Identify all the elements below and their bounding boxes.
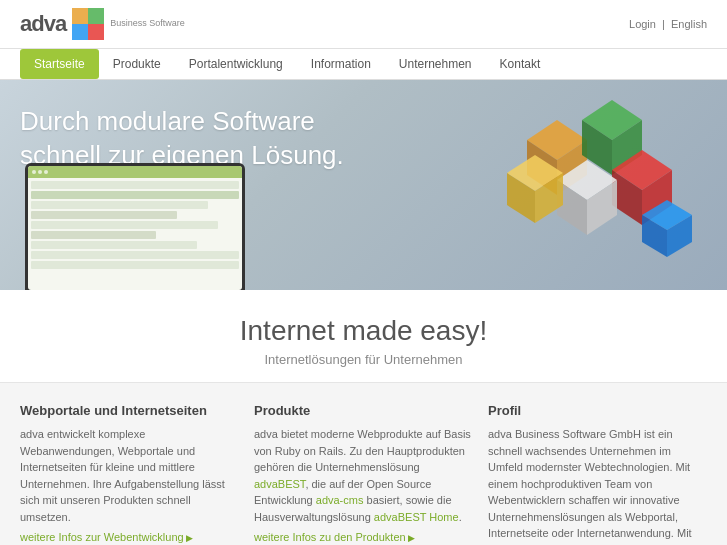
svg-rect-1 [88,8,104,24]
hero-laptop-image [25,163,245,290]
language-link[interactable]: English [671,18,707,30]
nav-item-startseite[interactable]: Startseite [20,49,99,79]
header: adva Business Software Login | English [0,0,727,49]
nav-item-kontakt[interactable]: Kontakt [486,49,555,79]
col-profil-title: Profil [488,403,707,418]
tagline-sub: Internetlösungen für Unternehmen [20,352,707,367]
logo-area: adva Business Software [20,8,185,40]
nav-item-produkte[interactable]: Produkte [99,49,175,79]
col-webportale-link[interactable]: weitere Infos zur Webentwicklung [20,531,193,543]
tagline-section: Internet made easy! Internetlösungen für… [0,290,727,382]
advabest-home-link[interactable]: advaBEST Home [374,511,459,523]
adva-cms-link[interactable]: adva-cms [316,494,364,506]
advabest-link[interactable]: advaBEST [254,478,305,490]
col-produkte-title: Produkte [254,403,473,418]
svg-rect-2 [72,24,88,40]
col-profil: Profil adva Business Software GmbH ist e… [488,403,707,545]
logo-text: adva [20,11,66,37]
col-profil-text: adva Business Software GmbH ist ein schn… [488,426,707,545]
col-produkte: Produkte adva bietet moderne Webprodukte… [254,403,488,545]
logo-subtitle: Business Software [110,18,185,29]
separator: | [662,18,665,30]
nav-item-unternehmen[interactable]: Unternehmen [385,49,486,79]
col-webportale-text: adva entwickelt komplexe Webanwendungen,… [20,426,239,525]
nav-item-information[interactable]: Information [297,49,385,79]
col-webportale-title: Webportale und Internetseiten [20,403,239,418]
col-produkte-link[interactable]: weitere Infos zu den Produkten [254,531,415,543]
nav-item-portalentwicklung[interactable]: Portalentwicklung [175,49,297,79]
col-webportale: Webportale und Internetseiten adva entwi… [20,403,254,545]
main-nav: Startseite Produkte Portalentwicklung In… [0,49,727,80]
hero-banner: Durch modulare Software schnell zur eige… [0,80,727,290]
tagline-main: Internet made easy! [20,315,707,347]
header-auth-links: Login | English [629,18,707,30]
login-link[interactable]: Login [629,18,656,30]
col-produkte-text: adva bietet moderne Webprodukte auf Basi… [254,426,473,525]
hero-cubes-image [427,90,707,290]
svg-rect-0 [72,8,88,24]
logo-icon [72,8,104,40]
svg-rect-3 [88,24,104,40]
content-columns: Webportale und Internetseiten adva entwi… [0,382,727,545]
